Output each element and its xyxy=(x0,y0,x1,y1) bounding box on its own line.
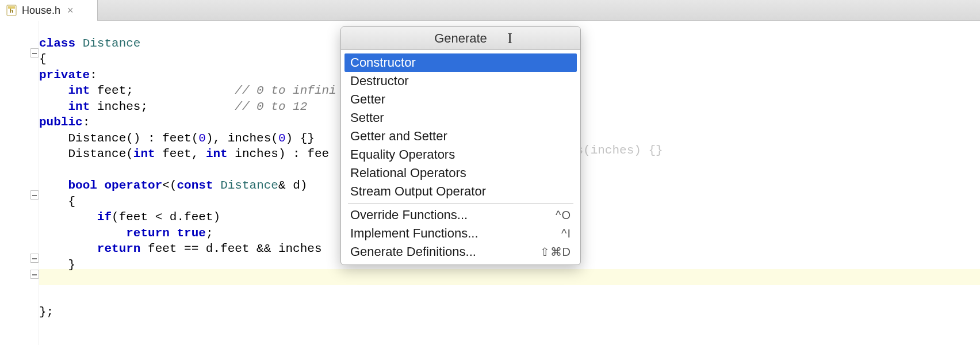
popup-item-override-functions-[interactable]: Override Functions...^O xyxy=(344,206,577,224)
fold-toggle-icon[interactable] xyxy=(30,254,39,263)
tab-bar: h House.h × xyxy=(0,0,980,21)
popup-item-label: Override Functions... xyxy=(350,208,468,223)
fold-toggle-icon[interactable] xyxy=(30,48,39,57)
editor-tab-house-h[interactable]: h House.h × xyxy=(0,0,98,21)
popup-item-relational-operators[interactable]: Relational Operators xyxy=(344,164,577,182)
popup-item-label: Setter xyxy=(350,110,384,125)
popup-title: Generate xyxy=(434,31,487,46)
close-icon[interactable]: × xyxy=(67,5,74,17)
popup-item-getter[interactable]: Getter xyxy=(344,90,577,109)
fold-toggle-icon[interactable] xyxy=(30,190,39,200)
popup-item-shortcut: ^I xyxy=(561,227,571,240)
fold-toggle-icon[interactable] xyxy=(30,270,39,279)
popup-item-label: Generate Definitions... xyxy=(350,244,476,259)
popup-item-shortcut: ⇧⌘D xyxy=(540,245,571,259)
header-file-icon: h xyxy=(6,5,17,16)
popup-item-label: Getter xyxy=(350,92,385,107)
tab-label: House.h xyxy=(22,5,60,17)
editor-gutter xyxy=(0,21,39,345)
popup-item-setter[interactable]: Setter xyxy=(344,109,577,127)
popup-body: ConstructorDestructorGetterSetterGetter … xyxy=(341,50,580,264)
popup-item-label: Implement Functions... xyxy=(350,226,478,241)
popup-separator xyxy=(348,203,573,204)
popup-item-equality-operators[interactable]: Equality Operators xyxy=(344,145,577,164)
popup-item-constructor[interactable]: Constructor xyxy=(344,53,577,72)
text-cursor-icon: I xyxy=(507,30,512,47)
popup-item-getter-and-setter[interactable]: Getter and Setter xyxy=(344,127,577,145)
popup-item-label: Constructor xyxy=(350,55,416,70)
popup-item-label: Relational Operators xyxy=(350,166,466,181)
popup-title-bar: Generate I xyxy=(341,27,580,50)
generate-popup: Generate I ConstructorDestructorGetterSe… xyxy=(340,26,581,265)
svg-text:h: h xyxy=(10,8,13,14)
popup-item-shortcut: ^O xyxy=(556,209,571,222)
popup-item-implement-functions-[interactable]: Implement Functions...^I xyxy=(344,224,577,243)
popup-item-label: Equality Operators xyxy=(350,147,455,162)
popup-item-label: Destructor xyxy=(350,74,408,89)
popup-item-label: Getter and Setter xyxy=(350,129,447,144)
popup-item-label: Stream Output Operator xyxy=(350,184,486,199)
popup-item-destructor[interactable]: Destructor xyxy=(344,72,577,90)
popup-item-stream-output-operator[interactable]: Stream Output Operator xyxy=(344,182,577,201)
popup-item-generate-definitions-[interactable]: Generate Definitions...⇧⌘D xyxy=(344,243,577,261)
